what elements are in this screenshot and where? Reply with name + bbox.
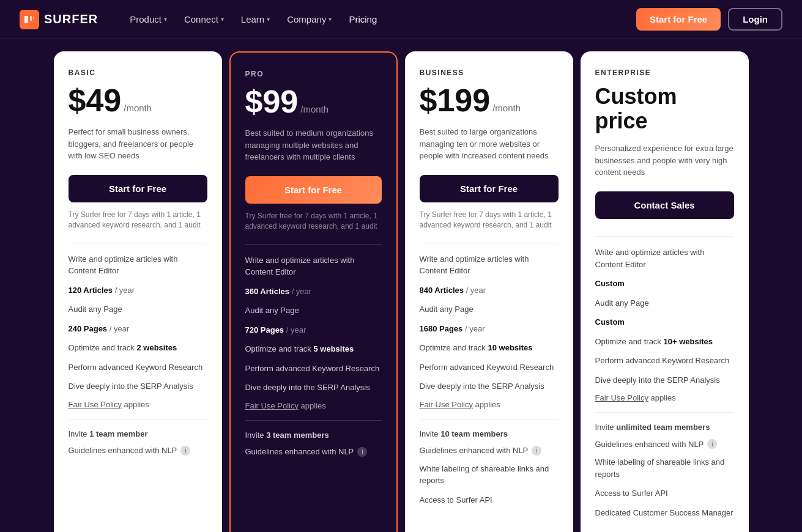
info-icon-pro[interactable]: i bbox=[357, 447, 367, 457]
plan-card-basic: BASIC $49 /month Perfect for small busin… bbox=[54, 51, 222, 532]
feature-keyword-basic: Perform advanced Keyword Research bbox=[69, 361, 207, 374]
nav-start-free-button[interactable]: Start for Free bbox=[636, 8, 721, 31]
nav-learn[interactable]: Learn ▾ bbox=[234, 9, 277, 29]
invite-enterprise: Invite unlimited team members bbox=[595, 423, 734, 432]
plan-card-pro: PRO $99 /month Best suited to medium org… bbox=[229, 51, 398, 532]
feature-articles-business: 840 Articles / year bbox=[420, 284, 559, 297]
fair-use-link-business[interactable]: Fair Use Policy bbox=[420, 400, 473, 409]
price-amount-pro: $99 bbox=[245, 86, 299, 117]
divider2-basic bbox=[69, 419, 207, 419]
info-icon-basic[interactable]: i bbox=[180, 446, 190, 456]
feature-pages-enterprise: Custom bbox=[595, 316, 734, 328]
nlp-business: Guidelines enhanced with NLP i bbox=[420, 446, 559, 456]
plan-label-business: BUSINESS bbox=[420, 68, 559, 77]
plan-desc-basic: Perfect for small business owners, blogg… bbox=[69, 126, 207, 163]
nav-company[interactable]: Company ▾ bbox=[280, 9, 339, 29]
plan-desc-pro: Best suited to medium organizations mana… bbox=[245, 127, 382, 164]
nlp-pro: Guidelines enhanced with NLP i bbox=[245, 447, 382, 457]
nlp-basic: Guidelines enhanced with NLP i bbox=[69, 446, 207, 456]
divider2-business bbox=[420, 419, 559, 419]
nlp-enterprise: Guidelines enhanced with NLP i bbox=[595, 439, 734, 449]
fair-use-link-pro[interactable]: Fair Use Policy bbox=[245, 401, 299, 410]
feature-keyword-enterprise: Perform advanced Keyword Research bbox=[595, 355, 734, 367]
fair-use-basic: Fair Use Policy applies bbox=[69, 400, 207, 409]
feature-serp-enterprise: Dive deeply into the SERP Analysis bbox=[595, 374, 734, 386]
divider2-pro bbox=[245, 420, 382, 421]
feature-pages-pro: 720 Pages / year bbox=[245, 324, 382, 336]
pricing-section: BASIC $49 /month Perfect for small busin… bbox=[0, 39, 802, 532]
invite-basic: Invite 1 team member bbox=[69, 429, 207, 438]
fair-use-link-enterprise[interactable]: Fair Use Policy bbox=[595, 393, 648, 402]
feature-write-pro: Write and optimize articles with Content… bbox=[245, 254, 382, 278]
divider2-enterprise bbox=[595, 412, 734, 413]
feature-serp-business: Dive deeply into the SERP Analysis bbox=[420, 380, 559, 393]
price-period-pro: /month bbox=[300, 104, 329, 114]
price-period-business: /month bbox=[492, 103, 521, 113]
fair-use-pro: Fair Use Policy applies bbox=[245, 401, 382, 410]
start-free-pro-button[interactable]: Start for Free bbox=[245, 176, 382, 204]
plan-desc-enterprise: Personalized experience for extra large … bbox=[595, 142, 734, 179]
fair-use-enterprise: Fair Use Policy applies bbox=[595, 393, 734, 402]
trial-text-pro: Try Surfer free for 7 days with 1 articl… bbox=[245, 211, 382, 232]
feature-keyword-pro: Perform advanced Keyword Research bbox=[245, 363, 382, 375]
feature-keyword-business: Perform advanced Keyword Research bbox=[420, 361, 559, 374]
chevron-down-icon: ▾ bbox=[221, 16, 224, 23]
plan-price-pro: $99 /month bbox=[245, 86, 382, 117]
trial-text-business: Try Surfer free for 7 days with 1 articl… bbox=[420, 210, 559, 231]
api-access-business: Access to Surfer API bbox=[420, 494, 559, 506]
fair-use-business: Fair Use Policy applies bbox=[420, 400, 559, 409]
feature-audit-basic: Audit any Page bbox=[69, 303, 207, 316]
contact-sales-button[interactable]: Contact Sales bbox=[595, 191, 734, 219]
invite-pro: Invite 3 team members bbox=[245, 430, 382, 440]
feature-pages-business: 1680 Pages / year bbox=[420, 323, 559, 335]
nav-pricing[interactable]: Pricing bbox=[341, 9, 384, 29]
plan-card-business: BUSINESS $199 /month Best suited to larg… bbox=[405, 51, 573, 532]
fair-use-link-basic[interactable]: Fair Use Policy bbox=[69, 400, 122, 409]
plan-label-pro: PRO bbox=[245, 70, 382, 78]
info-icon-enterprise[interactable]: i bbox=[707, 439, 717, 449]
info-icon-business[interactable]: i bbox=[532, 446, 541, 456]
divider-enterprise bbox=[595, 236, 734, 237]
chevron-down-icon: ▾ bbox=[267, 16, 270, 23]
white-label-enterprise: White labeling of shareable links and re… bbox=[595, 456, 734, 480]
feature-audit-business: Audit any Page bbox=[420, 303, 559, 316]
feature-audit-enterprise: Audit any Page bbox=[595, 297, 734, 309]
feature-serp-pro: Dive deeply into the SERP Analysis bbox=[245, 382, 382, 394]
svg-rect-0 bbox=[24, 16, 28, 23]
feature-articles-pro: 360 Articles / year bbox=[245, 286, 382, 298]
nav-connect[interactable]: Connect ▾ bbox=[177, 9, 231, 29]
nav-links: Product ▾ Connect ▾ Learn ▾ Company ▾ Pr… bbox=[122, 9, 636, 29]
plan-label-basic: BASIC bbox=[69, 68, 207, 77]
trial-text-basic: Try Surfer free for 7 days with 1 articl… bbox=[69, 210, 207, 231]
feature-websites-pro: Optimize and track 5 websites bbox=[245, 343, 382, 355]
logo-icon bbox=[20, 10, 39, 29]
price-amount-business: $199 bbox=[420, 84, 491, 116]
start-free-basic-button[interactable]: Start for Free bbox=[69, 175, 207, 202]
svg-rect-1 bbox=[30, 16, 32, 21]
plan-price-business: $199 /month bbox=[420, 84, 559, 116]
logo-text: SURFER bbox=[44, 12, 98, 26]
feature-websites-basic: Optimize and track 2 websites bbox=[69, 342, 207, 354]
feature-websites-business: Optimize and track 10 websites bbox=[420, 342, 559, 354]
nav-actions: Start for Free Login bbox=[636, 8, 782, 31]
start-free-business-button[interactable]: Start for Free bbox=[420, 175, 559, 202]
white-label-business: White labeling of shareable links and re… bbox=[420, 463, 559, 487]
nav-login-button[interactable]: Login bbox=[728, 8, 782, 31]
nav-product[interactable]: Product ▾ bbox=[122, 9, 174, 29]
price-amount-basic: $49 bbox=[69, 84, 122, 116]
logo[interactable]: SURFER bbox=[20, 10, 98, 29]
divider-business bbox=[420, 243, 559, 243]
plan-price-basic: $49 /month bbox=[69, 84, 207, 116]
divider-pro bbox=[245, 244, 382, 245]
feature-websites-enterprise: Optimize and track 10+ websites bbox=[595, 336, 734, 348]
chevron-down-icon: ▾ bbox=[164, 16, 167, 23]
invite-business: Invite 10 team members bbox=[420, 429, 559, 438]
api-access-enterprise: Access to Surfer API bbox=[595, 487, 734, 500]
success-manager-enterprise: Dedicated Customer Success Manager bbox=[595, 507, 734, 519]
feature-serp-basic: Dive deeply into the SERP Analysis bbox=[69, 380, 207, 393]
feature-pages-basic: 240 Pages / year bbox=[69, 323, 207, 335]
plan-desc-business: Best suited to large organizations manag… bbox=[420, 126, 559, 163]
plan-label-enterprise: ENTERPRISE bbox=[595, 68, 734, 77]
feature-audit-pro: Audit any Page bbox=[245, 305, 382, 317]
feature-write-business: Write and optimize articles with Content… bbox=[420, 253, 559, 277]
